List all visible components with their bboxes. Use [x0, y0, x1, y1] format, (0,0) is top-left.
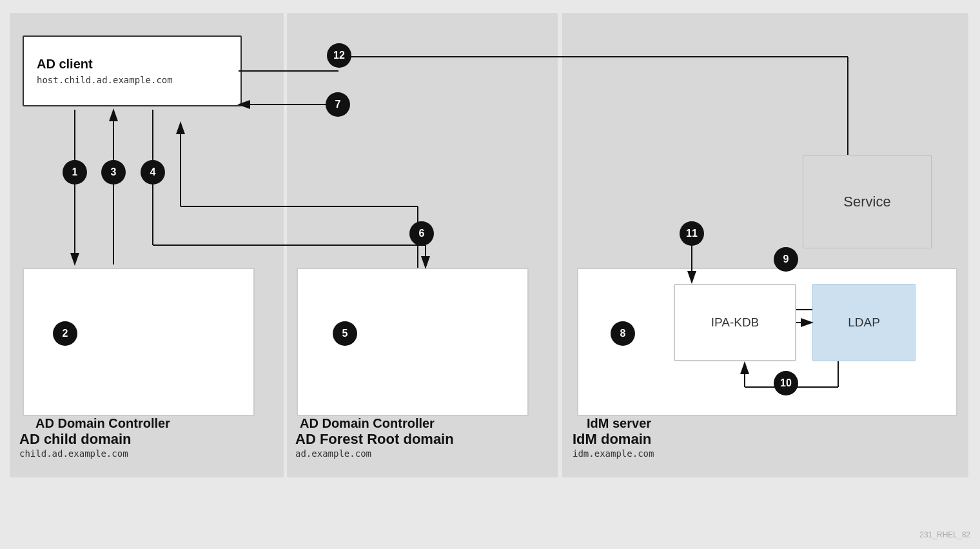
step-11: 11 [680, 221, 704, 246]
step-9: 9 [774, 247, 798, 272]
service-box: Service [803, 155, 932, 248]
ipa-kdb-label: IPA-KDB [711, 315, 760, 330]
ad-client-hostname: host.child.ad.example.com [37, 75, 228, 85]
step-7: 7 [326, 92, 350, 117]
ad-client-title: AD client [37, 57, 228, 72]
idm-domain-title: IdM domain [573, 431, 651, 448]
ad-child-ctrl-label: AD Domain Controller [35, 416, 170, 431]
ldap-label: LDAP [848, 315, 880, 330]
step-6: 6 [409, 221, 434, 246]
ipa-kdb-box: IPA-KDB [674, 284, 796, 361]
ad-child-domain-title: AD child domain [19, 431, 132, 448]
service-label: Service [843, 194, 890, 210]
step-12: 12 [327, 43, 351, 68]
diagram-container: AD client host.child.ad.example.com KDC … [0, 0, 980, 549]
step-1: 1 [63, 160, 87, 185]
ad-forest-ctrl-label: AD Domain Controller [300, 416, 435, 431]
idm-domain-sub: idm.example.com [573, 448, 654, 459]
idm-server-label: IdM server [587, 416, 651, 431]
step-5: 5 [333, 321, 357, 346]
ad-client-box: AD client host.child.ad.example.com [23, 35, 242, 106]
ad-forest-domain-sub: ad.example.com [295, 448, 371, 459]
step-8: 8 [611, 321, 635, 346]
ldap-box: LDAP [812, 284, 916, 361]
step-2: 2 [53, 321, 77, 346]
step-10: 10 [774, 371, 798, 395]
watermark: 231_RHEL_82 [919, 530, 970, 539]
ad-forest-controller-box [297, 268, 529, 416]
step-4: 4 [141, 160, 165, 185]
ad-child-domain-sub: child.ad.example.com [19, 448, 128, 459]
step-3: 3 [101, 160, 126, 185]
ad-forest-domain-title: AD Forest Root domain [295, 431, 454, 448]
